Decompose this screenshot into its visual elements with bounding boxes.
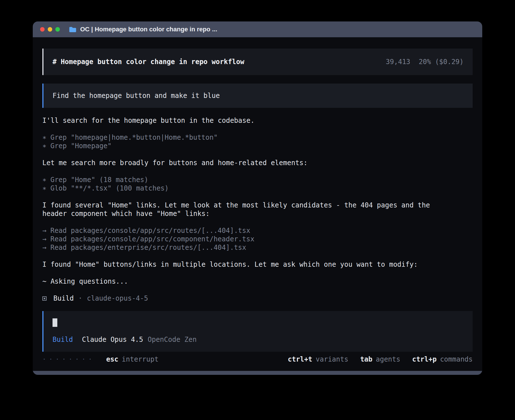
tool-call-text: Grep "Home" (18 matches) xyxy=(50,176,148,184)
tool-bullet-icon: ∗ xyxy=(42,142,46,150)
read-arrow-icon: → xyxy=(42,235,46,243)
session-meta: 39,413 20% ($0.29) xyxy=(386,58,464,66)
zoom-button[interactable] xyxy=(55,27,60,32)
agent-model: claude-opus-4-5 xyxy=(87,294,148,303)
session-header: # Homepage button color change in repo w… xyxy=(42,49,473,75)
agent-status: Build · claude-opus-4-5 xyxy=(42,294,473,303)
user-message: Find the homepage button and make it blu… xyxy=(42,84,473,108)
prompt-input[interactable]: Build Claude Opus 4.5 OpenCode Zen xyxy=(42,311,473,352)
tool-call-group: →Read packages/console/app/src/routes/[.… xyxy=(42,226,473,252)
spinner-dots: ········ xyxy=(42,355,95,364)
tool-call-text: Read packages/console/app/src/routes/[..… xyxy=(50,227,250,235)
tool-call: ∗Grep "Homepage" xyxy=(42,142,473,150)
model-provider: OpenCode Zen xyxy=(148,335,197,344)
tool-call: ∗Grep "Home" (18 matches) xyxy=(42,176,473,184)
tool-call-group: ∗Grep "homepage|home.*button|Home.*butto… xyxy=(42,133,473,150)
model-name[interactable]: Claude Opus 4.5 xyxy=(82,335,143,344)
assistant-message: I found "Home" buttons/links in multiple… xyxy=(42,260,443,269)
status-line: ~ Asking questions... xyxy=(42,277,443,286)
token-count: 39,413 xyxy=(386,58,410,66)
window-titlebar[interactable]: OC | Homepage button color change in rep… xyxy=(33,21,482,37)
tool-bullet-icon: ∗ xyxy=(42,133,46,142)
traffic-lights xyxy=(40,27,60,32)
model-status-line: Build Claude Opus 4.5 OpenCode Zen xyxy=(53,335,464,344)
context-usage: 20% ($0.29) xyxy=(419,58,464,66)
agent-mode[interactable]: Build xyxy=(53,335,73,344)
tool-call-text: Grep "Homepage" xyxy=(50,142,112,150)
window-title: OC | Homepage button color change in rep… xyxy=(80,26,217,33)
assistant-message: I'll search for the homepage button in t… xyxy=(42,116,443,125)
shortcut-variants: ctrl+tvariants xyxy=(288,355,348,364)
tool-call-text: Grep "homepage|home.*button|Home.*button… xyxy=(50,134,217,141)
terminal-content: # Homepage button color change in repo w… xyxy=(33,37,482,371)
tool-bullet-icon: ∗ xyxy=(42,184,46,193)
tool-call-text: Read packages/console/app/src/component/… xyxy=(50,235,254,243)
shortcut-agents: tabagents xyxy=(360,355,400,364)
user-message-text: Find the homepage button and make it blu… xyxy=(53,92,220,100)
tool-call-group: ∗Grep "Home" (18 matches) ∗Glob "**/*.ts… xyxy=(42,176,473,193)
tool-call: ∗Glob "**/*.tsx" (100 matches) xyxy=(42,184,473,193)
tool-call: →Read packages/console/app/src/component… xyxy=(42,235,473,243)
status-bar: ········ escinterrupt ctrl+tvariants tab… xyxy=(42,355,473,364)
tool-call: →Read packages/console/app/src/routes/[.… xyxy=(42,226,473,235)
tool-bullet-icon: ∗ xyxy=(42,176,46,184)
terminal-window: OC | Homepage button color change in rep… xyxy=(33,21,482,375)
minimize-button[interactable] xyxy=(48,27,52,32)
read-arrow-icon: → xyxy=(42,243,46,252)
agent-build-icon xyxy=(42,296,47,301)
close-button[interactable] xyxy=(40,27,45,32)
tool-call-text: Read packages/enterprise/src/routes/[...… xyxy=(50,244,246,251)
shortcut-commands: ctrl+pcommands xyxy=(412,355,473,364)
read-arrow-icon: → xyxy=(42,226,46,235)
tool-call: ∗Grep "homepage|home.*button|Home.*butto… xyxy=(42,133,473,142)
text-cursor xyxy=(53,318,57,327)
session-title: # Homepage button color change in repo w… xyxy=(53,58,244,66)
agent-separator: · xyxy=(78,294,82,303)
tool-call: →Read packages/enterprise/src/routes/[..… xyxy=(42,243,473,252)
folder-icon xyxy=(69,27,77,32)
assistant-message: I found several "Home" links. Let me loo… xyxy=(42,201,443,218)
tool-call-text: Glob "**/*.tsx" (100 matches) xyxy=(50,184,169,192)
shortcut-interrupt: escinterrupt xyxy=(106,355,158,364)
agent-name: Build xyxy=(53,294,74,303)
assistant-message: Let me search more broadly for buttons a… xyxy=(42,159,443,167)
